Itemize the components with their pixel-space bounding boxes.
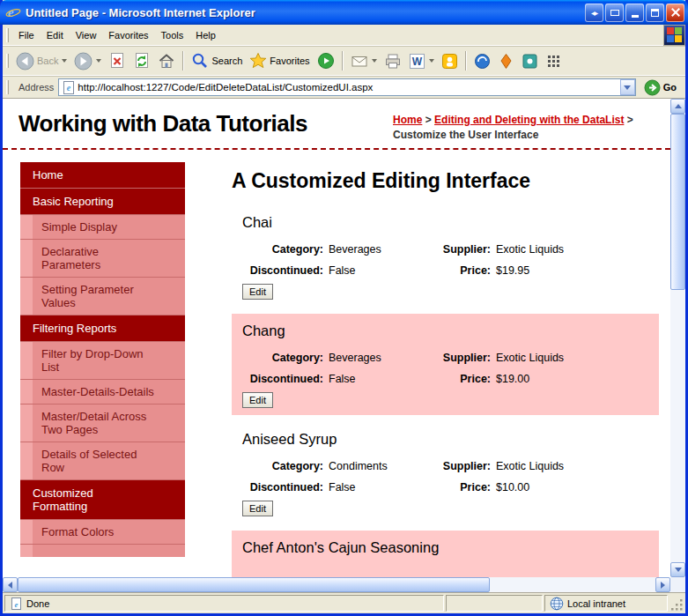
addon-3-button[interactable]	[518, 51, 542, 71]
sidebar-item-setting-parameter-values[interactable]: Setting Parameter Values	[20, 278, 185, 315]
main-content: A Customized Editing Interface Chai Cate…	[232, 162, 659, 577]
address-label: Address	[18, 82, 54, 93]
status-progress-cell	[446, 595, 543, 612]
addressbar-grip[interactable]	[6, 80, 9, 94]
toolbar-grip[interactable]	[6, 54, 9, 68]
back-button[interactable]: Back	[12, 50, 70, 72]
mail-icon	[351, 53, 368, 69]
addon-1-button[interactable]	[470, 51, 494, 71]
sidebar-item-master-details-details[interactable]: Master-Details-Details	[20, 380, 185, 404]
svg-text:e: e	[15, 599, 18, 608]
price-label: Price:	[433, 264, 491, 277]
minimize-icon	[632, 15, 639, 18]
document-icon: e	[10, 597, 23, 611]
scroll-right-button[interactable]	[655, 577, 670, 592]
window-title: Untitled Page - Microsoft Internet Explo…	[26, 6, 255, 19]
address-bar: Address e Go	[3, 76, 685, 99]
close-button[interactable]	[666, 4, 684, 22]
discontinued-value: False	[329, 373, 427, 385]
address-input[interactable]	[76, 82, 619, 93]
breadcrumb-section-link[interactable]: Editing and Deleting with the DataList	[434, 114, 624, 126]
sidebar-item-clipped[interactable]	[20, 545, 185, 557]
messenger-icon	[441, 53, 458, 70]
home-button[interactable]	[154, 50, 179, 71]
scroll-left-button[interactable]	[3, 577, 18, 592]
page-icon: e	[62, 80, 76, 95]
edit-word-button[interactable]: W	[405, 51, 438, 71]
sidebar-indent	[20, 442, 33, 479]
edit-button[interactable]: Edit	[242, 392, 273, 408]
sidebar-item-master-detail-two-pages[interactable]: Master/Detail Across Two Pages	[20, 404, 185, 442]
addon-2-button[interactable]	[494, 51, 518, 71]
sidebar-indent	[20, 278, 33, 315]
scroll-up-button[interactable]	[670, 99, 685, 114]
product-card-chang: Chang Category: Beverages Supplier: Exot…	[232, 314, 659, 415]
menubar-grip[interactable]	[6, 28, 9, 42]
forward-button[interactable]	[70, 50, 105, 72]
horizontal-scrollbar[interactable]	[3, 577, 670, 592]
search-button[interactable]: Search	[188, 50, 246, 71]
breadcrumb-home-link[interactable]: Home	[393, 114, 422, 126]
breadcrumb-separator: >	[425, 114, 432, 126]
vm-window-button[interactable]	[605, 4, 624, 22]
sidebar-item-basic-reporting[interactable]: Basic Reporting	[20, 189, 185, 215]
product-name: Chai	[242, 214, 648, 231]
arrow-left-icon	[8, 582, 12, 589]
sidebar-item-filtering-reports[interactable]: Filtering Reports	[20, 315, 185, 342]
discontinued-value: False	[329, 481, 427, 494]
address-dropdown-button[interactable]	[620, 79, 635, 95]
breadcrumb-current: Customize the User Interface	[393, 129, 538, 141]
sidebar-item-home[interactable]: Home	[20, 162, 185, 189]
media-icon	[317, 52, 335, 70]
sidebar-indent	[20, 520, 33, 544]
left-right-arrows-icon: ◀▶	[591, 10, 597, 16]
addon-4-button[interactable]	[542, 51, 566, 71]
mail-dropdown-icon	[372, 59, 377, 63]
edit-button[interactable]: Edit	[242, 284, 273, 300]
page-title: A Customized Editing Interface	[232, 169, 659, 193]
category-value: Beverages	[329, 243, 427, 256]
minimize-button[interactable]	[625, 4, 644, 22]
sidebar-item-simple-display[interactable]: Simple Display	[20, 215, 185, 240]
go-button[interactable]: Go	[640, 78, 682, 98]
scroll-down-button[interactable]	[670, 562, 685, 577]
go-label: Go	[663, 82, 677, 93]
menu-favorites[interactable]: Favorites	[102, 26, 154, 44]
blue-circle-icon	[474, 53, 491, 70]
resize-grip[interactable]	[670, 595, 684, 612]
sidebar-item-filter-by-dropdown-list[interactable]: Filter by Drop-Down List	[20, 342, 185, 380]
sidebar-item-customized-formatting[interactable]: Customized Formatting	[20, 480, 185, 520]
address-input-wrap: e	[58, 78, 635, 96]
menu-help[interactable]: Help	[189, 26, 222, 44]
sidebar-item-format-colors[interactable]: Format Colors	[20, 520, 185, 545]
stop-icon	[108, 52, 126, 70]
sidebar-item-declarative-parameters[interactable]: Declarative Parameters	[20, 240, 185, 278]
favorites-button[interactable]: Favorites	[246, 50, 313, 71]
home-icon	[158, 52, 175, 70]
page-content: Working with Data Tutorials Home > Editi…	[3, 99, 670, 577]
word-dropdown-icon	[429, 59, 434, 63]
menu-edit[interactable]: Edit	[41, 26, 70, 44]
vm-toggle-button[interactable]: ◀▶	[585, 4, 603, 22]
maximize-button[interactable]	[646, 4, 664, 22]
horizontal-scroll-thumb[interactable]	[18, 577, 490, 592]
status-bar: e Done Local intranet	[3, 592, 685, 613]
mail-button[interactable]	[347, 51, 381, 71]
word-icon: W	[409, 53, 425, 70]
monitor-icon	[610, 10, 619, 16]
menu-file[interactable]: File	[12, 26, 41, 44]
messenger-button[interactable]	[438, 51, 462, 71]
sidebar-item-details-of-selected-row[interactable]: Details of Selected Row	[20, 442, 185, 480]
refresh-button[interactable]	[129, 50, 154, 71]
grip-dots-icon	[671, 599, 684, 612]
vertical-scrollbar[interactable]	[670, 99, 685, 577]
media-button[interactable]	[314, 50, 338, 71]
menu-view[interactable]: View	[70, 26, 103, 44]
horizontal-scroll-track[interactable]	[18, 577, 655, 592]
menu-tools[interactable]: Tools	[155, 26, 190, 44]
stop-button[interactable]	[105, 50, 129, 71]
edit-button[interactable]: Edit	[242, 501, 273, 516]
vertical-scroll-track[interactable]	[670, 114, 685, 562]
vertical-scroll-thumb[interactable]	[670, 114, 685, 290]
print-button[interactable]	[381, 51, 405, 71]
